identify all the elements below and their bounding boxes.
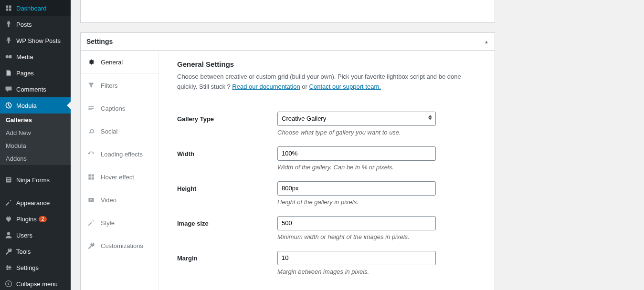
previous-panel-tail [80, 0, 495, 23]
tab-style[interactable]: Style [81, 211, 158, 234]
settings-tabs: General Filters Captions Social [81, 51, 159, 290]
row-margin: Margin Margin between images in pixels. [177, 251, 476, 275]
row-width: Width Width of the gallery. Can be in % … [177, 146, 476, 171]
hint-margin: Margin between images in pixels. [277, 268, 476, 275]
svg-rect-4 [7, 180, 11, 181]
sidebar-item-label: Tools [16, 248, 31, 255]
tab-filters[interactable]: Filters [81, 74, 158, 97]
captions-icon [86, 104, 96, 113]
collapse-arrow-icon[interactable]: ▲ [484, 39, 489, 44]
tab-video[interactable]: Video [81, 188, 158, 211]
svg-rect-3 [7, 178, 11, 179]
form-area: General Settings Choose between creative… [159, 51, 495, 290]
sidebar-item-label: Plugins [16, 216, 37, 223]
pages-icon [4, 68, 13, 78]
input-height[interactable] [277, 181, 436, 196]
input-image-size[interactable] [277, 216, 436, 230]
row-gallery-type: Gallery Type Creative Gallery Choose wha… [177, 112, 476, 136]
sidebar-item-settings[interactable]: Settings [0, 259, 71, 276]
tab-captions[interactable]: Captions [81, 97, 158, 120]
tab-label: Hover effect [101, 174, 134, 181]
label-image-size: Image size [177, 216, 277, 227]
label-height: Height [177, 181, 277, 192]
sidebar-item-posts[interactable]: Posts [0, 16, 71, 32]
loading-icon [86, 149, 96, 159]
svg-point-11 [7, 269, 8, 270]
label-gallery-type: Gallery Type [177, 112, 277, 123]
tab-label: Loading effects [101, 151, 143, 158]
sidebar-item-label: WP Show Posts [16, 37, 61, 44]
hover-icon [86, 172, 96, 182]
sidebar-subitem-add-new[interactable]: Add New [0, 126, 71, 139]
hint-image-size: Minimum width or height of the images in… [277, 233, 476, 240]
link-support[interactable]: Contact our support team. [309, 83, 381, 90]
sidebar-item-ninja-forms[interactable]: Ninja Forms [0, 172, 71, 188]
video-icon [86, 195, 96, 205]
separator [177, 100, 476, 100]
hint-width: Width of the gallery. Can be in % or pix… [277, 164, 476, 171]
sidebar-item-tools[interactable]: Tools [0, 243, 71, 259]
sidebar-item-collapse[interactable]: Collapse menu [0, 276, 71, 290]
tab-loading-effects[interactable]: Loading effects [81, 143, 158, 166]
modula-icon [4, 101, 13, 110]
collapse-icon [4, 279, 13, 289]
filter-icon [86, 81, 96, 90]
customizations-icon [86, 241, 96, 250]
form-description: Choose between creative or custom grid (… [177, 72, 476, 92]
tools-icon [4, 247, 13, 256]
tab-label: Customizations [101, 242, 143, 249]
sidebar-item-label: Posts [16, 21, 32, 28]
sidebar-item-media[interactable]: Media [0, 49, 71, 65]
media-icon [4, 52, 13, 62]
pin-icon [4, 20, 13, 29]
sidebar-item-pages[interactable]: Pages [0, 65, 71, 81]
svg-point-10 [9, 267, 11, 268]
dashboard-icon [4, 3, 13, 13]
settings-panel: Settings ▲ General Filters [80, 32, 495, 290]
sidebar-subitem-modula[interactable]: Modula [0, 139, 71, 152]
plugins-badge: 2 [39, 216, 47, 222]
main-content: Settings ▲ General Filters [71, 0, 505, 290]
tab-label: Captions [101, 105, 125, 112]
sidebar-item-dashboard[interactable]: Dashboard [0, 0, 71, 16]
svg-point-5 [7, 232, 10, 235]
svg-rect-18 [88, 177, 91, 180]
pin-icon [4, 36, 13, 45]
sidebar-item-label: Ninja Forms [16, 176, 50, 184]
input-margin[interactable] [277, 251, 436, 265]
sidebar-item-comments[interactable]: Comments [0, 81, 71, 97]
svg-point-0 [6, 55, 9, 58]
sidebar-item-plugins[interactable]: Plugins 2 [0, 211, 71, 227]
tab-general[interactable]: General [81, 51, 158, 74]
plugins-icon [4, 214, 13, 224]
appearance-icon [4, 198, 13, 207]
social-icon [86, 126, 96, 136]
sidebar-item-label: Collapse menu [16, 280, 58, 288]
tab-social[interactable]: Social [81, 120, 158, 143]
svg-point-12 [6, 281, 12, 287]
sidebar-item-appearance[interactable]: Appearance [0, 195, 71, 211]
sidebar-subitem-galleries[interactable]: Galleries [0, 114, 71, 126]
sidebar-item-label: Media [16, 53, 33, 61]
tab-hover-effect[interactable]: Hover effect [81, 166, 158, 188]
label-width: Width [177, 146, 277, 157]
sidebar-item-label: Comments [16, 86, 46, 93]
sidebar-item-wp-show-posts[interactable]: WP Show Posts [0, 32, 71, 49]
sidebar-subitem-addons[interactable]: Addons [0, 152, 71, 165]
sidebar-item-users[interactable]: Users [0, 227, 71, 243]
panel-header[interactable]: Settings ▲ [81, 33, 495, 51]
svg-rect-19 [92, 177, 94, 180]
svg-point-9 [7, 265, 8, 267]
svg-rect-13 [88, 106, 94, 107]
link-documentation[interactable]: Read our documentation [232, 83, 300, 90]
svg-rect-15 [88, 109, 92, 110]
sidebar-item-modula[interactable]: Modula [0, 97, 71, 114]
style-icon [86, 218, 96, 228]
input-width[interactable] [277, 146, 436, 161]
label-margin: Margin [177, 251, 277, 262]
hint-height: Height of the gallery in pixels. [277, 198, 476, 206]
comments-icon [4, 84, 13, 94]
select-gallery-type[interactable]: Creative Gallery [277, 112, 436, 126]
tab-customizations[interactable]: Customizations [81, 234, 158, 257]
sidebar-item-label: Settings [16, 264, 39, 271]
